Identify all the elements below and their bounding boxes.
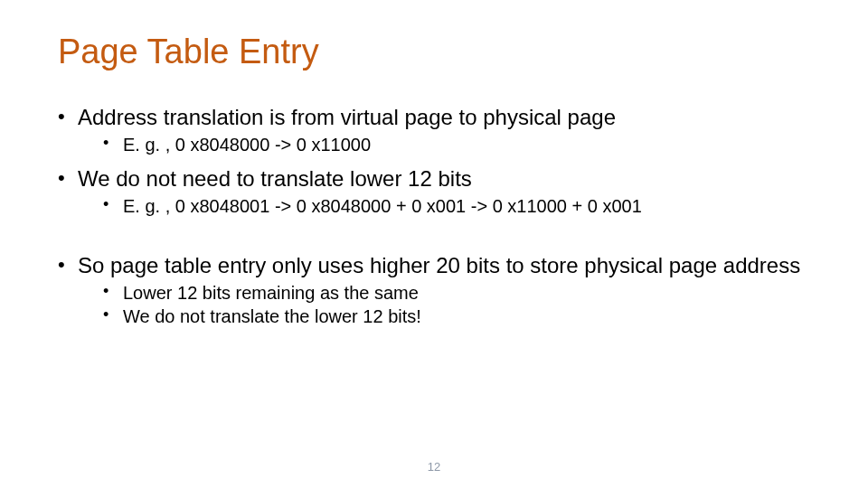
sub-bullet-text: E. g. , 0 x8048001 -> 0 x8048000 + 0 x00… bbox=[123, 196, 642, 216]
sub-bullet-list: E. g. , 0 x8048001 -> 0 x8048000 + 0 x00… bbox=[78, 194, 810, 218]
bullet-text: We do not need to translate lower 12 bit… bbox=[78, 166, 472, 191]
sub-bullet-text: Lower 12 bits remaining as the same bbox=[123, 283, 419, 303]
bullet-item: Address translation is from virtual page… bbox=[58, 104, 810, 156]
sub-bullet-item: Lower 12 bits remaining as the same bbox=[103, 281, 810, 305]
sub-bullet-item: E. g. , 0 x8048001 -> 0 x8048000 + 0 x00… bbox=[103, 194, 810, 218]
bullet-item: So page table entry only uses higher 20 … bbox=[58, 252, 810, 328]
bullet-item: We do not need to translate lower 12 bit… bbox=[58, 165, 810, 218]
page-number: 12 bbox=[0, 460, 868, 474]
sub-bullet-item: E. g. , 0 x8048000 -> 0 x11000 bbox=[103, 133, 810, 156]
bullet-list: Address translation is from virtual page… bbox=[58, 104, 810, 328]
sub-bullet-list: Lower 12 bits remaining as the same We d… bbox=[78, 281, 810, 328]
sub-bullet-text: We do not translate the lower 12 bits! bbox=[123, 306, 421, 326]
sub-bullet-list: E. g. , 0 x8048000 -> 0 x11000 bbox=[78, 133, 810, 156]
slide: Page Table Entry Address translation is … bbox=[0, 0, 868, 488]
sub-bullet-item: We do not translate the lower 12 bits! bbox=[103, 305, 810, 328]
slide-title: Page Table Entry bbox=[58, 33, 810, 71]
bullet-text: Address translation is from virtual page… bbox=[78, 105, 616, 129]
bullet-text: So page table entry only uses higher 20 … bbox=[78, 253, 800, 277]
sub-bullet-text: E. g. , 0 x8048000 -> 0 x11000 bbox=[123, 135, 371, 155]
